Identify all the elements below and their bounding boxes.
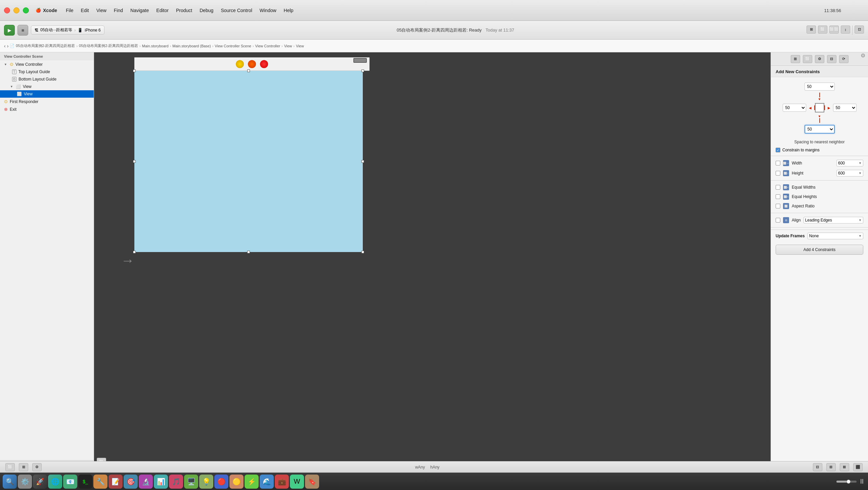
standard-editor-button[interactable]: ⬜ [818,26,827,34]
handle-top-left[interactable] [133,69,136,72]
handle-mid-right[interactable] [362,160,364,163]
height-checkbox[interactable] [776,171,780,175]
status-btn-3[interactable]: ⚙ [32,463,42,471]
nav-forward[interactable]: › [7,43,9,49]
menu-source-control[interactable]: Source Control [217,6,255,14]
constrain-margins-checkbox[interactable]: ✓ [776,148,780,152]
dock-mail[interactable]: 📧 [63,475,77,489]
dock-safari[interactable]: 🌐 [48,475,62,489]
pause-button[interactable]: ⏸ [859,478,865,485]
breadcrumb-item-1[interactable]: 05自动布局案例2-距离四周边距相若 [16,43,75,48]
scheme-selector[interactable]: 🏗 05自动···距相若等 › 📱 iPhone 6 [31,26,104,35]
handle-bot-right[interactable] [362,251,364,253]
run-button[interactable]: ▶ [4,25,15,36]
menu-editor[interactable]: Editor [153,6,172,14]
maximize-button[interactable] [23,7,29,13]
panel-btn-4[interactable]: ⊟ [827,55,836,63]
bottom-constraint-input[interactable]: 50 [805,125,835,134]
handle-bot-center[interactable] [247,251,250,253]
aspect-ratio-checkbox[interactable] [776,204,780,208]
top-constraint-input[interactable]: 50 [805,83,835,91]
dock-icon-11[interactable]: 🎵 [169,475,183,489]
sidebar-item-first-responder[interactable]: ⊙ First Responder [0,98,94,105]
dock-icon-17[interactable]: 🌊 [260,475,274,489]
dock-icon-12[interactable]: 🖥️ [184,475,198,489]
menu-window[interactable]: Window [256,6,280,14]
breadcrumb-item-6[interactable]: View Controller [255,44,280,48]
dock-icon-19[interactable]: W [290,475,304,489]
sidebar-item-view-inner[interactable]: ⬜ View [0,90,94,98]
storyboard-view-controller[interactable] [134,57,370,259]
show-utilities-button[interactable]: ⊡ [855,26,864,34]
dock-icon-7[interactable]: 📝 [108,475,123,489]
left-constraint-input[interactable]: 50 [783,104,806,112]
breadcrumb-item-5[interactable]: View Controller Scene [215,44,251,48]
handle-bot-left[interactable] [133,251,136,253]
close-button[interactable] [4,7,10,13]
status-btn-1[interactable]: ⬜ [5,463,15,471]
dock-icon-10[interactable]: 📊 [154,475,168,489]
add-constraints-button[interactable]: Add 4 Constraints [776,245,863,255]
dock-icon-6[interactable]: 🔧 [93,475,107,489]
dock-preferences[interactable]: ⚙️ [18,475,32,489]
sidebar-item-top-layout[interactable]: T Top Layout Guide [0,68,94,75]
dock-icon-16[interactable]: ⚡ [245,475,259,489]
menu-file[interactable]: File [62,6,77,14]
sidebar-item-view-controller[interactable]: ▼ ⊙ View Controller [0,60,94,68]
align-select[interactable]: Leading Edges ▼ [804,217,863,224]
breadcrumb-item-2[interactable]: 05自动布局案例2-距离四周边距相若 [79,43,138,48]
menu-help[interactable]: Help [280,6,297,14]
settings-icon[interactable]: ⚙ [861,52,865,59]
constraint-icon-1[interactable]: ⊟ [813,463,822,471]
breadcrumb-item-3[interactable]: Main.storyboard [142,44,168,48]
constraint-icon-4[interactable]: ⬛ [853,463,863,471]
sidebar-item-bottom-layout[interactable]: B Bottom Layout Guide [0,75,94,83]
update-frames-select[interactable]: None ▼ [808,233,863,239]
panel-btn-3[interactable]: ⚙ [815,55,824,63]
right-constraint-input[interactable]: 50 [833,104,857,112]
dock-terminal[interactable]: $_ [78,475,92,489]
menu-debug[interactable]: Debug [196,6,217,14]
height-select[interactable]: 600 ▼ [836,170,863,176]
handle-top-center[interactable] [247,69,250,72]
dock-icon-18[interactable]: 💼 [275,475,289,489]
assistant-editor-button[interactable]: ⬜⬜ [829,26,839,34]
menu-view[interactable]: View [93,6,110,14]
panel-btn-5[interactable]: ⟳ [839,55,848,63]
traffic-lights[interactable] [4,7,29,13]
equal-widths-checkbox[interactable] [776,185,780,190]
version-editor-button[interactable]: ↕ [841,26,850,34]
nav-back[interactable]: ‹ [4,43,6,49]
handle-mid-left[interactable] [133,160,136,163]
menu-find[interactable]: Find [111,6,126,14]
menu-edit[interactable]: Edit [78,6,92,14]
dock-finder[interactable]: 🔍 [3,475,17,489]
width-select[interactable]: 600 ▼ [836,160,863,166]
width-checkbox[interactable] [776,161,780,165]
menu-navigate[interactable]: Navigate [127,6,152,14]
handle-top-right[interactable] [362,69,364,72]
equal-heights-checkbox[interactable] [776,194,780,199]
stop-button[interactable]: ■ [18,25,28,36]
dock-icon-8[interactable]: 🎯 [124,475,138,489]
status-btn-2[interactable]: ⊞ [19,463,28,471]
dock-icon-9[interactable]: 🔬 [139,475,153,489]
breadcrumb-item-4[interactable]: Main.storyboard (Base) [172,44,211,48]
breadcrumb-item-7[interactable]: View [284,44,292,48]
dock-icon-14[interactable]: 🔴 [214,475,228,489]
blue-view[interactable] [134,71,363,252]
sidebar-item-view[interactable]: ▼ ⬜ View [0,83,94,90]
align-checkbox[interactable] [776,218,780,223]
hide-navigator-button[interactable]: ⊞ [807,26,816,34]
dock-icon-13[interactable]: 💡 [199,475,213,489]
constraint-icon-3[interactable]: ⊠ [840,463,849,471]
sidebar-item-exit[interactable]: ⊗ Exit [0,105,94,113]
dock-icon-15[interactable]: 🟡 [229,475,244,489]
panel-btn-1[interactable]: ⊞ [791,55,800,63]
menu-product[interactable]: Product [173,6,195,14]
constraint-icon-2[interactable]: ⊞ [826,463,836,471]
breadcrumb-item-8[interactable]: View [296,44,304,48]
dock-launchpad[interactable]: 🚀 [33,475,47,489]
volume-slider[interactable] [836,481,857,483]
dock-icon-20[interactable]: 🔖 [305,475,319,489]
